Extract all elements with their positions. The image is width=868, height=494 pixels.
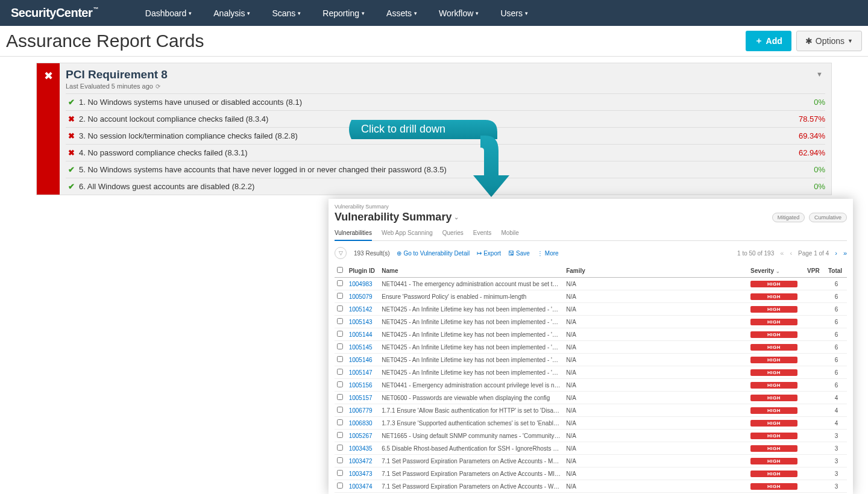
plugin-link[interactable]: 1005157 <box>349 395 373 401</box>
export-link[interactable]: ↦Export <box>477 250 501 257</box>
plugin-link[interactable]: 1005145 <box>349 344 373 351</box>
refresh-icon[interactable]: ⟳ <box>156 83 160 90</box>
chevron-down-icon[interactable]: ⌄ <box>454 214 459 220</box>
subtab-mobile[interactable]: Mobile <box>501 230 518 240</box>
col-plugin[interactable]: Plugin ID <box>347 264 380 278</box>
row-checkbox[interactable] <box>337 483 343 489</box>
options-button[interactable]: ✱ Options ▼ <box>796 31 862 51</box>
add-button[interactable]: ＋ Add <box>746 31 791 51</box>
nav-item-scans[interactable]: Scans▾ <box>261 0 312 26</box>
row-family: N/A <box>564 417 748 430</box>
table-row[interactable]: 1005079Ensure 'Password Policy' is enabl… <box>335 290 847 303</box>
plugin-link[interactable]: 1006779 <box>349 407 373 414</box>
nav-item-reporting[interactable]: Reporting▾ <box>312 0 376 26</box>
nav-item-dashboard[interactable]: Dashboard▾ <box>134 0 203 26</box>
row-checkbox[interactable] <box>337 457 343 463</box>
plugin-link[interactable]: 1005143 <box>349 319 373 325</box>
plugin-link[interactable]: 1005142 <box>349 306 373 313</box>
nav-item-assets[interactable]: Assets▾ <box>376 0 428 26</box>
plugin-link[interactable]: 1006830 <box>349 420 373 427</box>
more-link[interactable]: ⋮More <box>537 250 559 257</box>
plugin-link[interactable]: 1003435 <box>349 445 373 452</box>
table-row[interactable]: 10068301.7.3 Ensure 'Supported authentic… <box>335 417 847 430</box>
row-checkbox[interactable] <box>337 432 343 438</box>
nav-item-analysis[interactable]: Analysis▾ <box>203 0 261 26</box>
row-checkbox[interactable] <box>337 343 343 349</box>
chevron-down-icon: ▾ <box>525 10 528 16</box>
select-all-checkbox[interactable] <box>337 267 343 273</box>
row-checkbox[interactable] <box>337 369 343 375</box>
row-checkbox[interactable] <box>337 305 343 311</box>
subtab-vulnerabilities[interactable]: Vulnerabilities <box>335 230 372 241</box>
go-to-detail-link[interactable]: ⊕Go to Vulnerability Detail <box>397 250 470 257</box>
row-checkbox[interactable] <box>337 280 343 286</box>
plugin-link[interactable]: 1005267 <box>349 433 373 439</box>
table-row[interactable]: 1005143NET0425 - An Infinite Lifetime ke… <box>335 316 847 328</box>
nav-item-users[interactable]: Users▾ <box>489 0 539 26</box>
row-checkbox[interactable] <box>337 381 343 387</box>
pill-cumulative[interactable]: Cumulative <box>809 213 847 222</box>
row-name: 7.1 Set Password Expiration Parameters o… <box>379 455 564 467</box>
table-row[interactable]: 1005144NET0425 - An Infinite Lifetime ke… <box>335 328 847 341</box>
col-name[interactable]: Name <box>379 264 564 278</box>
plugin-link[interactable]: 1005079 <box>349 293 373 300</box>
pill-mitigated[interactable]: Mitigated <box>772 213 805 222</box>
subtab-queries[interactable]: Queries <box>442 230 464 240</box>
col-total[interactable]: Total <box>826 264 847 278</box>
plugin-link[interactable]: 1005156 <box>349 382 373 389</box>
row-checkbox[interactable] <box>337 407 343 413</box>
table-row[interactable]: 10034356.5 Disable Rhost-based Authentic… <box>335 442 847 455</box>
close-icon[interactable]: ✖ <box>44 69 53 195</box>
table-row[interactable]: 1004983NET0441 - The emergency administr… <box>335 278 847 290</box>
pager-first[interactable]: « <box>780 249 784 257</box>
table-row[interactable]: 1005157NET0600 - Passwords are viewable … <box>335 392 847 404</box>
table-row[interactable]: 10067791.7.1 Ensure 'Allow Basic authent… <box>335 404 847 417</box>
check-row[interactable]: ✖2. No account lockout compliance checks… <box>66 110 825 127</box>
check-row[interactable]: ✔5. No Windows systems have accounts tha… <box>66 161 825 178</box>
table-row[interactable]: 1005146NET0425 - An Infinite Lifetime ke… <box>335 354 847 366</box>
table-row[interactable]: 1005147NET0425 - An Infinite Lifetime ke… <box>335 366 847 379</box>
plugin-link[interactable]: 1003472 <box>349 458 373 464</box>
row-checkbox[interactable] <box>337 331 343 337</box>
subtab-web-app-scanning[interactable]: Web App Scanning <box>382 230 433 240</box>
nav-item-workflow[interactable]: Workflow▾ <box>428 0 489 26</box>
check-row[interactable]: ✖4. No password compliance checks failed… <box>66 144 825 161</box>
row-checkbox[interactable] <box>337 318 343 324</box>
col-severity[interactable]: Severity ⌄ <box>748 264 805 278</box>
row-checkbox[interactable] <box>337 470 343 476</box>
table-row[interactable]: 10034747.1 Set Password Expiration Param… <box>335 480 847 493</box>
table-row[interactable]: 1005142NET0425 - An Infinite Lifetime ke… <box>335 303 847 316</box>
plugin-link[interactable]: 1005146 <box>349 357 373 363</box>
col-family[interactable]: Family <box>564 264 748 278</box>
save-link[interactable]: 🖫Save <box>508 250 530 257</box>
plugin-link[interactable]: 1004983 <box>349 281 373 287</box>
check-label: 4. No password compliance checks failed … <box>79 148 799 157</box>
row-checkbox[interactable] <box>337 356 343 362</box>
check-row[interactable]: ✔1. No Windows systems have unused or di… <box>66 93 825 110</box>
table-row[interactable]: 1005156NET0441 - Emergency administratio… <box>335 379 847 392</box>
pager-next[interactable]: › <box>835 249 837 257</box>
card-menu[interactable]: ▼ <box>814 68 825 80</box>
pager-last[interactable]: » <box>843 249 847 257</box>
table-row[interactable]: 10034737.1 Set Password Expiration Param… <box>335 467 847 480</box>
table-row[interactable]: 10034727.1 Set Password Expiration Param… <box>335 455 847 467</box>
check-row[interactable]: ✖3. No session lock/termination complian… <box>66 127 825 144</box>
plugin-link[interactable]: 1005144 <box>349 331 373 338</box>
row-checkbox[interactable] <box>337 394 343 400</box>
header-actions: ＋ Add ✱ Options ▼ <box>746 31 862 51</box>
row-checkbox[interactable] <box>337 293 343 299</box>
table-row[interactable]: 1005145NET0425 - An Infinite Lifetime ke… <box>335 341 847 354</box>
table-row[interactable]: 1005267NET1665 - Using default SNMP comm… <box>335 430 847 442</box>
col-vpr[interactable]: VPR <box>805 264 826 278</box>
card-status-bar[interactable]: ✖ <box>37 63 60 195</box>
chevron-down-icon: ▾ <box>298 10 301 16</box>
filter-button[interactable]: ▽ <box>335 247 347 259</box>
subtab-events[interactable]: Events <box>473 230 492 240</box>
row-checkbox[interactable] <box>337 419 343 425</box>
plugin-link[interactable]: 1003473 <box>349 471 373 477</box>
plugin-link[interactable]: 1003474 <box>349 483 373 490</box>
row-checkbox[interactable] <box>337 445 343 451</box>
check-row[interactable]: ✔6. All Windows guest accounts are disab… <box>66 178 825 195</box>
pager-prev[interactable]: ‹ <box>790 249 792 257</box>
plugin-link[interactable]: 1005147 <box>349 369 373 376</box>
